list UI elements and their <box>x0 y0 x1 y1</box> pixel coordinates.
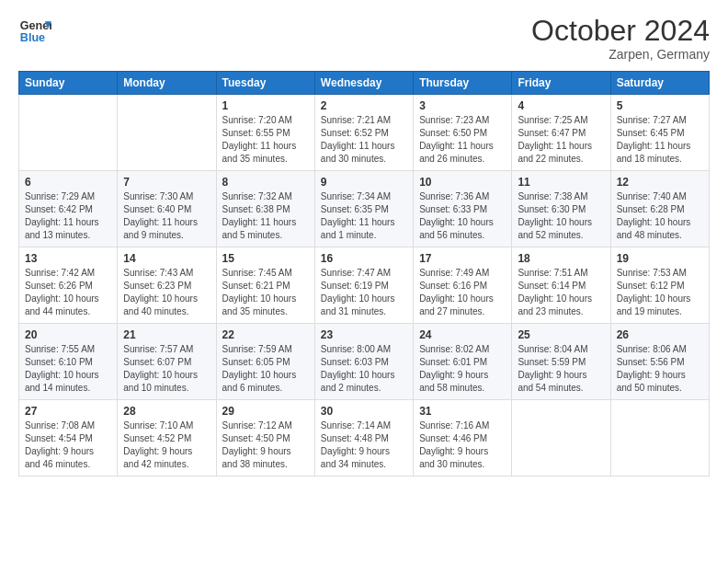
day-info: Sunrise: 8:06 AM Sunset: 5:56 PM Dayligh… <box>617 343 703 395</box>
day-info: Sunrise: 7:53 AM Sunset: 6:12 PM Dayligh… <box>617 267 703 318</box>
calendar-table: Sunday Monday Tuesday Wednesday Thursday… <box>18 71 710 477</box>
table-row: 3Sunrise: 7:23 AM Sunset: 6:50 PM Daylig… <box>414 95 512 171</box>
day-number: 3 <box>419 99 506 112</box>
svg-text:Blue: Blue <box>20 31 45 44</box>
day-number: 28 <box>123 405 210 418</box>
header-wednesday: Wednesday <box>314 72 413 95</box>
day-info: Sunrise: 7:08 AM Sunset: 4:54 PM Dayligh… <box>25 419 111 471</box>
day-number: 14 <box>123 252 210 265</box>
day-info: Sunrise: 7:30 AM Sunset: 6:40 PM Dayligh… <box>123 190 210 242</box>
day-number: 23 <box>321 328 407 341</box>
table-row: 30Sunrise: 7:14 AM Sunset: 4:48 PM Dayli… <box>314 400 413 477</box>
day-number: 31 <box>419 405 506 418</box>
header-friday: Friday <box>512 72 610 95</box>
table-row: 15Sunrise: 7:45 AM Sunset: 6:21 PM Dayli… <box>216 247 314 324</box>
day-number: 1 <box>222 99 309 112</box>
table-row: 11Sunrise: 7:38 AM Sunset: 6:30 PM Dayli… <box>512 171 610 247</box>
day-number: 17 <box>419 252 506 265</box>
day-number: 27 <box>25 405 111 418</box>
table-row: 8Sunrise: 7:32 AM Sunset: 6:38 PM Daylig… <box>216 171 314 247</box>
day-info: Sunrise: 7:16 AM Sunset: 4:46 PM Dayligh… <box>419 419 506 471</box>
day-info: Sunrise: 7:21 AM Sunset: 6:52 PM Dayligh… <box>321 114 407 166</box>
day-info: Sunrise: 7:23 AM Sunset: 6:50 PM Dayligh… <box>419 114 506 166</box>
day-number: 30 <box>321 405 407 418</box>
day-info: Sunrise: 7:55 AM Sunset: 6:10 PM Dayligh… <box>25 343 111 395</box>
day-number: 19 <box>617 252 703 265</box>
day-info: Sunrise: 7:32 AM Sunset: 6:38 PM Dayligh… <box>222 190 309 242</box>
table-row: 10Sunrise: 7:36 AM Sunset: 6:33 PM Dayli… <box>414 171 512 247</box>
table-row: 25Sunrise: 8:04 AM Sunset: 5:59 PM Dayli… <box>512 324 610 400</box>
day-info: Sunrise: 8:00 AM Sunset: 6:03 PM Dayligh… <box>321 343 407 395</box>
header-monday: Monday <box>118 72 216 95</box>
day-number: 5 <box>617 99 703 112</box>
header-thursday: Thursday <box>414 72 512 95</box>
day-info: Sunrise: 7:42 AM Sunset: 6:26 PM Dayligh… <box>25 267 111 318</box>
table-row: 9Sunrise: 7:34 AM Sunset: 6:35 PM Daylig… <box>314 171 413 247</box>
day-info: Sunrise: 7:25 AM Sunset: 6:47 PM Dayligh… <box>518 114 604 166</box>
day-number: 29 <box>222 405 309 418</box>
table-row: 27Sunrise: 7:08 AM Sunset: 4:54 PM Dayli… <box>19 400 118 477</box>
day-number: 16 <box>321 252 407 265</box>
calendar-week-row: 27Sunrise: 7:08 AM Sunset: 4:54 PM Dayli… <box>19 400 710 477</box>
day-info: Sunrise: 7:47 AM Sunset: 6:19 PM Dayligh… <box>321 267 407 318</box>
table-row: 18Sunrise: 7:51 AM Sunset: 6:14 PM Dayli… <box>512 247 610 324</box>
day-number: 26 <box>617 328 703 341</box>
calendar-week-row: 6Sunrise: 7:29 AM Sunset: 6:42 PM Daylig… <box>19 171 710 247</box>
table-row <box>610 400 709 477</box>
header-sunday: Sunday <box>19 72 118 95</box>
location: Zarpen, Germany <box>531 47 710 62</box>
day-number: 21 <box>123 328 210 341</box>
table-row: 20Sunrise: 7:55 AM Sunset: 6:10 PM Dayli… <box>19 324 118 400</box>
table-row: 21Sunrise: 7:57 AM Sunset: 6:07 PM Dayli… <box>118 324 216 400</box>
day-number: 2 <box>321 99 407 112</box>
calendar-week-row: 20Sunrise: 7:55 AM Sunset: 6:10 PM Dayli… <box>19 324 710 400</box>
day-number: 22 <box>222 328 309 341</box>
table-row: 13Sunrise: 7:42 AM Sunset: 6:26 PM Dayli… <box>19 247 118 324</box>
day-number: 8 <box>222 176 309 189</box>
header-tuesday: Tuesday <box>216 72 314 95</box>
day-info: Sunrise: 8:04 AM Sunset: 5:59 PM Dayligh… <box>518 343 604 395</box>
table-row <box>118 95 216 171</box>
weekday-header-row: Sunday Monday Tuesday Wednesday Thursday… <box>19 72 710 95</box>
day-info: Sunrise: 7:12 AM Sunset: 4:50 PM Dayligh… <box>222 419 309 471</box>
day-info: Sunrise: 7:36 AM Sunset: 6:33 PM Dayligh… <box>419 190 506 242</box>
day-number: 9 <box>321 176 407 189</box>
day-number: 12 <box>617 176 703 189</box>
day-number: 6 <box>25 176 111 189</box>
day-info: Sunrise: 7:49 AM Sunset: 6:16 PM Dayligh… <box>419 267 506 318</box>
header: General Blue October 2024 Zarpen, German… <box>18 15 710 62</box>
day-info: Sunrise: 7:27 AM Sunset: 6:45 PM Dayligh… <box>617 114 703 166</box>
day-number: 13 <box>25 252 111 265</box>
title-block: October 2024 Zarpen, Germany <box>531 15 710 62</box>
day-info: Sunrise: 7:51 AM Sunset: 6:14 PM Dayligh… <box>518 267 604 318</box>
day-info: Sunrise: 7:57 AM Sunset: 6:07 PM Dayligh… <box>123 343 210 395</box>
table-row: 14Sunrise: 7:43 AM Sunset: 6:23 PM Dayli… <box>118 247 216 324</box>
table-row: 1Sunrise: 7:20 AM Sunset: 6:55 PM Daylig… <box>216 95 314 171</box>
day-number: 4 <box>518 99 604 112</box>
day-number: 18 <box>518 252 604 265</box>
table-row: 17Sunrise: 7:49 AM Sunset: 6:16 PM Dayli… <box>414 247 512 324</box>
calendar-week-row: 13Sunrise: 7:42 AM Sunset: 6:26 PM Dayli… <box>19 247 710 324</box>
table-row: 5Sunrise: 7:27 AM Sunset: 6:45 PM Daylig… <box>610 95 709 171</box>
table-row: 16Sunrise: 7:47 AM Sunset: 6:19 PM Dayli… <box>314 247 413 324</box>
day-info: Sunrise: 7:59 AM Sunset: 6:05 PM Dayligh… <box>222 343 309 395</box>
table-row <box>19 95 118 171</box>
day-info: Sunrise: 7:43 AM Sunset: 6:23 PM Dayligh… <box>123 267 210 318</box>
day-info: Sunrise: 7:20 AM Sunset: 6:55 PM Dayligh… <box>222 114 309 166</box>
day-info: Sunrise: 7:45 AM Sunset: 6:21 PM Dayligh… <box>222 267 309 318</box>
day-info: Sunrise: 7:10 AM Sunset: 4:52 PM Dayligh… <box>123 419 210 471</box>
day-number: 11 <box>518 176 604 189</box>
month-title: October 2024 <box>531 15 710 47</box>
day-number: 24 <box>419 328 506 341</box>
day-number: 10 <box>419 176 506 189</box>
table-row: 4Sunrise: 7:25 AM Sunset: 6:47 PM Daylig… <box>512 95 610 171</box>
day-info: Sunrise: 8:02 AM Sunset: 6:01 PM Dayligh… <box>419 343 506 395</box>
day-info: Sunrise: 7:40 AM Sunset: 6:28 PM Dayligh… <box>617 190 703 242</box>
logo: General Blue <box>18 15 51 48</box>
day-info: Sunrise: 7:34 AM Sunset: 6:35 PM Dayligh… <box>321 190 407 242</box>
table-row: 24Sunrise: 8:02 AM Sunset: 6:01 PM Dayli… <box>414 324 512 400</box>
table-row: 31Sunrise: 7:16 AM Sunset: 4:46 PM Dayli… <box>414 400 512 477</box>
table-row: 19Sunrise: 7:53 AM Sunset: 6:12 PM Dayli… <box>610 247 709 324</box>
header-saturday: Saturday <box>610 72 709 95</box>
day-info: Sunrise: 7:29 AM Sunset: 6:42 PM Dayligh… <box>25 190 111 242</box>
